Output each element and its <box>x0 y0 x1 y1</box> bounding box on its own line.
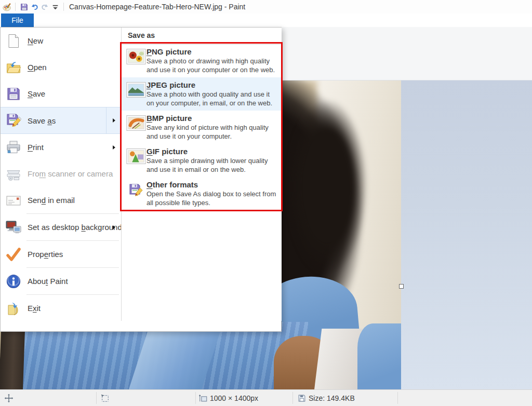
format-text: GIF picture Save a simple drawing with l… <box>147 147 277 174</box>
canvas-resize-handle[interactable] <box>399 284 404 289</box>
status-separator <box>96 392 97 404</box>
menu-item-label: Properties <box>28 250 63 259</box>
status-separator <box>292 392 293 404</box>
format-text: Other formats Open the Save As dialog bo… <box>147 180 277 207</box>
format-description: Save a photo with good quality and use i… <box>147 90 277 107</box>
scanner-icon <box>6 166 21 182</box>
new-document-icon <box>6 33 21 49</box>
canvas-size-icon <box>198 394 208 403</box>
format-text: BMP picture Save any kind of picture wit… <box>147 114 277 141</box>
png-thumbnail-icon <box>126 49 146 64</box>
file-menu-item-properties[interactable]: Properties <box>1 241 121 267</box>
submenu-arrow-icon <box>107 214 121 240</box>
cursor-position-icon <box>4 394 14 403</box>
format-title: PNG picture <box>147 47 277 56</box>
other-formats-floppy-icon <box>126 182 146 197</box>
file-menu-item-print[interactable]: Print <box>1 134 121 160</box>
format-description: Save a simple drawing with lower quality… <box>147 156 277 174</box>
photo-denim-collar-right <box>357 323 401 389</box>
format-title: GIF picture <box>147 147 277 156</box>
info-circle-icon <box>6 274 21 289</box>
save-as-option-bmp-picture[interactable]: BMP picture Save any kind of picture wit… <box>122 111 282 144</box>
orange-checkmark-icon <box>6 247 21 262</box>
save-as-submenu-pane: Save as PNG picture Save a photo or draw… <box>121 28 282 321</box>
format-text: JPEG picture Save a photo with good qual… <box>147 80 277 107</box>
menu-item-label: Exit <box>28 304 41 313</box>
qat-undo-icon[interactable] <box>29 2 39 12</box>
menu-item-label: Open <box>28 63 47 72</box>
menu-item-label: New <box>28 36 43 45</box>
menu-item-label: Send in email <box>28 196 75 205</box>
paint-logo-icon[interactable] <box>2 2 12 12</box>
save-as-option-png-picture[interactable]: PNG picture Save a photo or drawing with… <box>122 44 282 77</box>
toolbar-separator <box>15 3 16 11</box>
status-separator <box>195 392 196 404</box>
file-menu-item-save-as[interactable]: Save as <box>1 107 121 134</box>
file-menu-item-send-in-email[interactable]: Send in email <box>1 187 121 213</box>
photo-hair <box>287 99 367 275</box>
qat-save-icon[interactable] <box>19 2 29 12</box>
format-title: Other formats <box>147 180 277 189</box>
open-folder-icon <box>6 60 21 75</box>
toolbar-separator <box>63 3 64 11</box>
format-title: BMP picture <box>147 114 277 123</box>
file-menu-item-about-paint[interactable]: About Paint <box>1 268 121 294</box>
qat-caret-icon[interactable] <box>50 2 60 12</box>
save-as-option-other-formats[interactable]: Other formats Open the Save As dialog bo… <box>122 177 282 210</box>
format-description: Open the Save As dialog box to select fr… <box>147 190 277 207</box>
format-description: Save a photo or drawing with high qualit… <box>147 57 277 74</box>
file-tab[interactable]: File <box>1 13 34 27</box>
file-size: Size: 149.4KB <box>309 394 355 402</box>
file-menu-item-set-as-desktop-background[interactable]: Set as desktop background <box>1 214 121 240</box>
save-as-submenu-header: Save as <box>122 28 282 45</box>
exit-folder-icon <box>6 301 21 316</box>
desktop-monitor-icon <box>6 220 21 235</box>
status-bar: 1000 × 1400px Size: 149.4KB <box>0 389 532 406</box>
save-as-option-jpeg-picture[interactable]: JPEG picture Save a photo with good qual… <box>122 77 282 111</box>
selection-size-icon <box>100 394 110 403</box>
submenu-arrow-icon <box>107 134 121 160</box>
tab-row: File <box>0 13 532 27</box>
menu-item-label: From scanner or camera <box>28 169 113 178</box>
canvas-dimensions: 1000 × 1400px <box>210 394 258 402</box>
file-menu-item-exit[interactable]: Exit <box>1 295 121 321</box>
save-as-floppy-icon <box>6 113 21 128</box>
photo-strap <box>0 328 25 389</box>
qat-redo-icon[interactable] <box>39 2 50 12</box>
jpeg-thumbnail-icon <box>126 82 146 98</box>
file-menu-item-open[interactable]: Open <box>1 54 121 80</box>
file-menu-dropdown: New Open Save Save as Print From scanner… <box>0 27 282 332</box>
file-menu-item-save[interactable]: Save <box>1 80 121 107</box>
file-menu-pane: New Open Save Save as Print From scanner… <box>1 28 121 331</box>
status-separator <box>397 392 398 404</box>
paint-window: Canvas-Homepage-Feature-Tab-Hero-NEW.jpg… <box>0 0 532 406</box>
save-as-option-gif-picture[interactable]: GIF picture Save a simple drawing with l… <box>122 144 282 177</box>
save-as-submenu-items: PNG picture Save a photo or drawing with… <box>122 44 282 210</box>
menu-item-label: Print <box>28 143 44 152</box>
format-text: PNG picture Save a photo or drawing with… <box>147 47 277 74</box>
submenu-arrow-icon <box>106 107 121 133</box>
file-menu-item-new[interactable]: New <box>1 28 121 54</box>
gif-thumbnail-icon <box>126 148 146 164</box>
format-description: Save any kind of picture with high quali… <box>147 123 277 141</box>
menu-item-label: Save <box>28 89 45 98</box>
file-menu-item-from-scanner-or-camera[interactable]: From scanner or camera <box>1 160 121 187</box>
save-floppy-icon <box>6 86 21 102</box>
menu-item-label: About Paint <box>28 277 68 286</box>
email-envelope-icon <box>6 193 21 208</box>
window-title: Canvas-Homepage-Feature-Tab-Hero-NEW.jpg… <box>69 3 245 11</box>
printer-icon <box>6 140 21 155</box>
bmp-thumbnail-icon <box>126 115 146 131</box>
format-title: JPEG picture <box>147 80 277 89</box>
file-size-icon <box>297 394 307 403</box>
menu-item-label: Save as <box>28 116 56 125</box>
title-bar: Canvas-Homepage-Feature-Tab-Hero-NEW.jpg… <box>0 0 532 13</box>
